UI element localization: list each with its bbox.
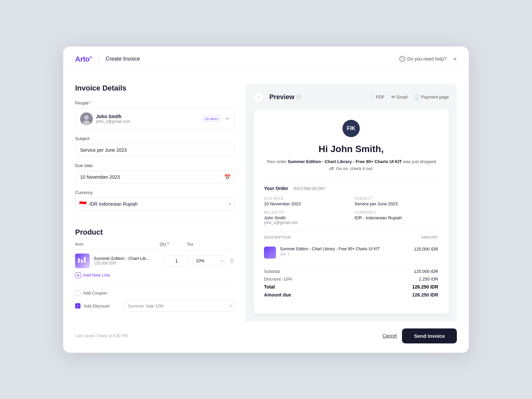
- discount-row: Add Discount Summer Sale 10th ▾: [75, 300, 235, 311]
- modal-body: Invoice Details People* John Smith john_…: [63, 72, 469, 322]
- product-table-header: Item Qty * Tax: [75, 242, 235, 250]
- currency-select[interactable]: IDR Indonesian Rupiah: [75, 198, 235, 210]
- preview-header: ‹ Preview ⓘ 📄 PDF ✉ Email 🧾: [253, 92, 449, 102]
- discount-checkbox[interactable]: [75, 303, 80, 308]
- right-panel: ‹ Preview ⓘ 📄 PDF ✉ Email 🧾: [245, 84, 457, 322]
- modal-header: Arto+ Create Invoice ? Do you need help?…: [63, 47, 469, 72]
- qty-input[interactable]: [165, 255, 188, 267]
- product-name: Summer Edition - Chart Lib...: [94, 256, 161, 261]
- pdf-icon: 📄: [369, 95, 374, 100]
- people-label: People*: [75, 100, 235, 105]
- pdf-button[interactable]: 📄 PDF: [369, 95, 385, 100]
- header-divider: [99, 55, 99, 63]
- totals-section: Subtotal 125.000 IDR Discount -10% 1.250…: [264, 264, 438, 298]
- header-right: ? Do you need help? ×: [399, 56, 457, 62]
- discount-row-preview: Discount -10% 1.250 IDR: [264, 277, 438, 282]
- flag-icon: 🇮🇩: [79, 200, 86, 208]
- people-info: John Smith john_s@gmail.com: [96, 114, 198, 124]
- svg-point-1: [84, 115, 89, 120]
- separator: [75, 220, 235, 220]
- total-row: Total 126.250 IDR: [264, 284, 438, 290]
- preview-title: Preview ⓘ: [269, 93, 301, 101]
- amount-due-row: Amount due 126.250 IDR: [264, 292, 438, 298]
- subject-label: Subject: [75, 136, 235, 141]
- product-price: 125.000 IDR: [94, 261, 161, 266]
- meta-subject: Subject Service per June 2023: [354, 196, 438, 206]
- add-line-icon: +: [75, 272, 81, 278]
- order-meta: Due date 10 November 2023 Subject Servic…: [264, 196, 438, 225]
- email-icon: ✉: [391, 95, 395, 100]
- people-email: john_s@gmail.com: [96, 119, 198, 124]
- col-tax-label: Tax: [187, 242, 220, 247]
- cancel-button[interactable]: Cancel: [382, 333, 397, 338]
- payment-page-button[interactable]: 🧾 Payment page: [414, 95, 449, 100]
- svg-rect-6: [84, 257, 86, 263]
- collapse-button[interactable]: ‹: [253, 92, 264, 102]
- coupon-checkbox[interactable]: [75, 291, 80, 296]
- invoice-details-title: Invoice Details: [75, 84, 235, 93]
- arto-badge: On Arto+: [201, 116, 222, 122]
- preview-description: Your order Summer Edition - Chart Librar…: [264, 158, 438, 172]
- modal-container: Arto+ Create Invoice ? Do you need help?…: [63, 47, 469, 353]
- avatar: [80, 112, 93, 125]
- help-icon: ?: [399, 56, 405, 62]
- col-item-label: Item: [75, 242, 156, 247]
- svg-rect-5: [81, 260, 83, 263]
- due-date-input[interactable]: [75, 171, 235, 183]
- preview-company-logo: FIK: [342, 120, 360, 137]
- left-panel: Invoice Details People* John Smith john_…: [75, 84, 235, 322]
- preview-info-icon: ⓘ: [297, 94, 301, 100]
- meta-billed-to: Billed to John Smith john_s@gmail.com: [264, 210, 348, 225]
- items-table-header: DESCRIPTION AMOUNT: [264, 232, 438, 243]
- preview-actions: 📄 PDF ✉ Email 🧾 Payment page: [369, 95, 449, 100]
- item-details: Summer Edition - Chart Library - Free 90…: [280, 247, 410, 256]
- people-card: John Smith john_s@gmail.com On Arto+ ✏: [75, 108, 235, 129]
- payment-icon: 🧾: [414, 95, 419, 100]
- people-name: John Smith: [96, 114, 198, 119]
- preview-card: FIK Hi John Smith, Your order Summer Edi…: [253, 109, 449, 314]
- coupon-label: Add Coupon: [83, 291, 107, 296]
- svg-rect-4: [78, 258, 80, 263]
- app-logo: Arto+: [75, 55, 92, 64]
- coupon-row: Add Coupon: [75, 285, 235, 296]
- discount-select-wrap: Summer Sale 10th ▾: [124, 300, 235, 311]
- delete-item-button[interactable]: 🗑: [229, 258, 235, 264]
- close-button[interactable]: ×: [453, 56, 457, 62]
- email-button[interactable]: ✉ Email: [391, 95, 408, 100]
- product-name-price: Summer Edition - Chart Lib... 125.000 ID…: [94, 256, 161, 266]
- due-date-wrapper: 📅: [75, 171, 235, 183]
- calendar-icon: 📅: [224, 174, 231, 180]
- discount-label: Add Discount: [84, 303, 120, 308]
- col-qty-label: Qty *: [160, 242, 183, 247]
- preview-greeting: Hi John Smith,: [264, 144, 438, 154]
- product-thumbnail: [75, 254, 90, 268]
- product-title: Product: [75, 228, 235, 237]
- tax-select[interactable]: 10%: [192, 255, 225, 266]
- discount-select[interactable]: Summer Sale 10th: [124, 300, 235, 311]
- order-section: Your Order INV2398-08-087 Due date 10 No…: [264, 180, 438, 298]
- currency-wrapper: 🇮🇩 IDR Indonesian Rupiah ▾: [75, 198, 235, 210]
- order-number: INV2398-08-087: [294, 186, 325, 191]
- subtotal-row: Subtotal 125.000 IDR: [264, 269, 438, 274]
- add-new-line-button[interactable]: + Add New Line: [75, 272, 110, 278]
- item-thumbnail: [264, 247, 276, 259]
- saved-text: Last saved: Today at 4:30 PM: [75, 333, 377, 338]
- help-button[interactable]: ? Do you need help?: [399, 56, 447, 62]
- order-title: Your Order: [264, 186, 288, 191]
- modal-title: Create Invoice: [106, 56, 140, 62]
- meta-currency: Currency IDR - Indonesian Rupiah: [354, 210, 438, 225]
- subject-input[interactable]: [75, 144, 235, 156]
- item-row: Summer Edition - Chart Library - Free 90…: [264, 247, 438, 259]
- meta-due-date: Due date 10 November 2023: [264, 196, 348, 206]
- modal-footer: Last saved: Today at 4:30 PM Cancel Send…: [63, 322, 469, 353]
- tax-select-wrap: 10% ▾: [192, 255, 225, 266]
- order-header: Your Order INV2398-08-087: [264, 186, 438, 191]
- due-date-label: Due date: [75, 163, 235, 168]
- product-row: Summer Edition - Chart Lib... 125.000 ID…: [75, 254, 235, 268]
- send-invoice-button[interactable]: Send Invoice: [402, 328, 457, 343]
- currency-label: Currency: [75, 190, 235, 195]
- edit-icon[interactable]: ✏: [225, 115, 230, 122]
